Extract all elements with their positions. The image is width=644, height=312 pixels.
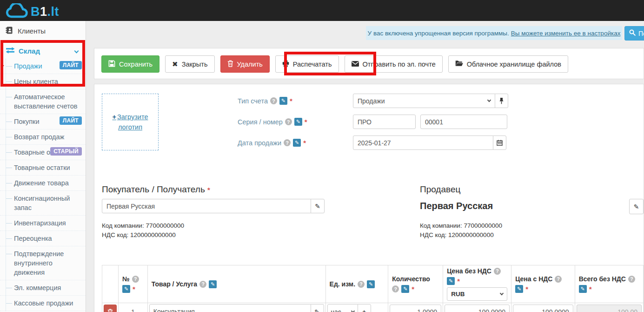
edit-field-icon[interactable]: ✎	[122, 285, 130, 293]
sidebar-item-auto-invoicing[interactable]: Автоматическое выставление счетов	[0, 89, 86, 114]
edit-field-icon[interactable]: ✎	[367, 280, 375, 288]
sidebar-item-stock[interactable]: Товарные остатки	[0, 160, 86, 176]
help-icon[interactable]: ?	[358, 281, 365, 288]
buyer-edit-button[interactable]: ✎	[311, 199, 325, 213]
items-table: №?✎* Товар / Услуга?✎ Ед. изм.?✎ Количес…	[102, 265, 644, 312]
invoice-type-select[interactable]: Продажи	[353, 94, 495, 108]
print-button[interactable]: Распечатать	[275, 55, 339, 73]
edit-field-icon[interactable]: ✎	[579, 285, 587, 293]
row-unit-cell: час +	[325, 303, 388, 312]
trash-icon	[107, 309, 113, 312]
edit-field-icon[interactable]: ✎	[515, 285, 523, 293]
toolbar: Сохранить ✖ Закрыть Удалить	[101, 55, 568, 73]
edit-field-icon[interactable]: ✎	[447, 277, 455, 285]
sidebar-item-stock-old[interactable]: Товарные остСТАРЫЙ	[0, 145, 86, 160]
upload-logo-link[interactable]: +Загрузите логотип	[112, 112, 148, 132]
sidebar-item-label: Товарные остатки	[14, 164, 70, 171]
seller-edit-button[interactable]: ✎	[629, 199, 644, 214]
save-button[interactable]: Сохранить	[101, 55, 159, 73]
edit-field-icon[interactable]: ✎	[293, 139, 301, 147]
help-icon[interactable]: ?	[285, 118, 292, 125]
series-input[interactable]: ПРО	[353, 115, 416, 129]
folder-open-icon	[455, 60, 463, 68]
sidebar-item-label: Кассовые продажи	[14, 299, 73, 307]
sidebar-item-sales-returns[interactable]: Возврат продаж	[0, 129, 86, 145]
settings-link[interactable]: Вы можете изменить ее в настройках	[511, 30, 621, 37]
help-icon[interactable]: ?	[494, 268, 501, 275]
help-icon[interactable]: ?	[270, 97, 277, 104]
sidebar-item-label: Автоматическое выставление счетов	[14, 93, 77, 110]
help-icon[interactable]: ?	[392, 285, 399, 292]
edit-field-icon[interactable]: ✎	[209, 280, 217, 288]
brand-logo[interactable]: B1.lt	[5, 3, 59, 18]
edit-field-icon[interactable]: ✎	[279, 97, 287, 105]
items-table-header-row: №?✎* Товар / Услуга?✎ Ед. изм.?✎ Количес…	[102, 265, 644, 303]
help-icon[interactable]: ?	[628, 276, 635, 283]
cloud-storage-button[interactable]: Облачное хранилище файлов	[448, 55, 568, 73]
lite-badge: ЛАЙТ	[60, 116, 82, 125]
currency-select[interactable]: RUB	[447, 287, 507, 301]
sidebar-item-internal-movement[interactable]: Подтверждение внутриннего движения	[0, 246, 86, 280]
sidebar-item-client-prices[interactable]: Цены клиента	[0, 74, 86, 89]
support-button[interactable]: Поддержка	[624, 26, 644, 41]
row-delete-button[interactable]	[104, 305, 117, 312]
save-icon	[108, 60, 115, 68]
old-badge: СТАРЫЙ	[50, 147, 82, 156]
help-icon[interactable]: ?	[284, 139, 291, 146]
buyer-vat-code: НДС код: 1200000000000	[102, 231, 176, 240]
product-input[interactable]: Консультация	[149, 304, 311, 312]
table-row: 1 Консультация ✎ час + 1,0000 100,0000 1…	[102, 303, 644, 312]
sidebar-item-label: Возврат продаж	[14, 133, 64, 141]
add-unit-button[interactable]: +	[358, 304, 371, 312]
help-icon[interactable]: ?	[555, 276, 562, 283]
invoice-form-panel: +Загрузите логотип Тип счета ? ✎ * Прода…	[94, 84, 644, 312]
sidebar-item-revaluation[interactable]: Переоценка	[0, 231, 86, 246]
sidebar-item-label: Движение товара	[14, 179, 69, 187]
sidebar-item-consignment[interactable]: Консигнационный запас	[0, 191, 86, 216]
pencil-icon: ✎	[314, 308, 320, 312]
sidebar-sklad-label: Склад	[19, 47, 40, 55]
help-icon[interactable]: ?	[199, 281, 206, 288]
calendar-button[interactable]	[493, 136, 506, 150]
price-no-vat-input[interactable]: 100,0000	[445, 305, 510, 312]
sidebar-item-clients[interactable]: Клиенты	[0, 21, 86, 41]
sidebar-item-inventory[interactable]: Инвентаризация	[0, 216, 86, 231]
sidebar-group-sklad[interactable]: Склад	[0, 41, 86, 59]
sidebar-clients-label: Клиенты	[18, 27, 46, 35]
delete-button[interactable]: Удалить	[220, 55, 270, 73]
sidebar-item-sales[interactable]: ПродажиЛАЙТ	[0, 59, 86, 74]
close-button[interactable]: ✖ Закрыть	[165, 55, 214, 73]
pin-icon	[499, 97, 504, 104]
quantity-input[interactable]: 1,0000	[390, 305, 441, 312]
num-column-header: №?✎*	[119, 265, 148, 303]
notification-bar: У вас включена упрощенная версия програм…	[366, 26, 622, 40]
sidebar-item-goods-movement[interactable]: Движение товара	[0, 176, 86, 191]
sidebar-item-label: Инвентаризация	[14, 219, 66, 227]
pencil-icon: ✎	[634, 203, 639, 210]
required-asterisk: *	[412, 285, 414, 293]
pin-button[interactable]	[495, 94, 508, 108]
edit-field-icon[interactable]: ✎	[294, 118, 302, 126]
row-total-no-vat-cell: 100,00	[575, 303, 643, 312]
edit-field-icon[interactable]: ✎	[401, 285, 409, 293]
price-no-vat-column-header: Цена без НДС?✎* RUB	[443, 265, 511, 303]
cloud-icon	[5, 3, 29, 18]
upload-logo-dropzone[interactable]: +Загрузите логотип	[102, 94, 159, 150]
unit-select[interactable]: час	[327, 304, 358, 312]
help-icon[interactable]: ?	[132, 276, 139, 283]
sidebar-item-label: Покупки	[14, 118, 40, 125]
sidebar-submenu: ПродажиЛАЙТ Цены клиента Автоматическое …	[0, 59, 86, 311]
buyer-title: Покупатель / Получатель *	[102, 184, 210, 195]
number-input[interactable]: 00001	[420, 115, 507, 129]
sidebar-item-ecommerce[interactable]: Эл. коммерция	[0, 280, 86, 296]
send-email-button[interactable]: Отправить по эл. почте	[345, 55, 443, 73]
required-asterisk: *	[457, 277, 460, 285]
product-edit-button[interactable]: ✎	[311, 304, 324, 312]
sidebar-item-cash-sales[interactable]: Кассовые продажи	[0, 296, 86, 311]
sale-date-input[interactable]: 2025-01-27	[353, 136, 493, 150]
pencil-icon: ✎	[315, 203, 320, 210]
buyer-name-input[interactable]: Первая Русская	[102, 199, 311, 213]
sidebar-item-purchases[interactable]: ПокупкиЛАЙТ	[0, 114, 86, 129]
required-asterisk: *	[290, 97, 292, 105]
price-with-vat-input[interactable]: 100,0000	[513, 305, 573, 312]
